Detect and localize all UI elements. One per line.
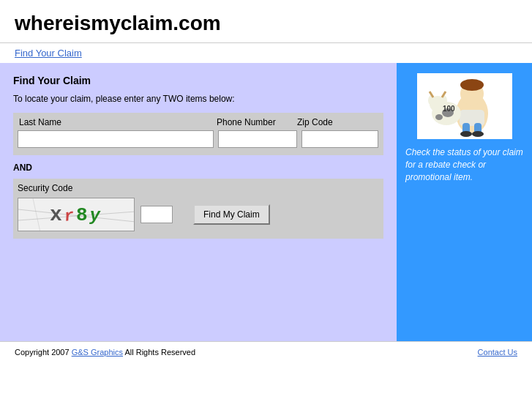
field-inputs-row xyxy=(18,130,379,148)
fields-table: Last Name Phone Number Zip Code xyxy=(13,113,383,155)
security-row: xr8y Find My Claim xyxy=(18,198,379,231)
svg-point-19 xyxy=(460,131,472,137)
last-name-label: Last Name xyxy=(18,117,215,127)
form-title: Find Your Claim xyxy=(13,75,383,86)
captcha-display: xr8y xyxy=(50,204,102,226)
security-section: Security Code xr8y Find My Claim xyxy=(13,179,383,239)
contact-us-link[interactable]: Contact Us xyxy=(478,348,517,357)
and-label: AND xyxy=(13,163,383,173)
find-your-claim-link[interactable]: Find Your Claim xyxy=(15,48,82,59)
svg-rect-7 xyxy=(460,110,484,126)
form-section: Find Your Claim To locate your claim, pl… xyxy=(0,63,397,341)
security-code-input[interactable] xyxy=(141,206,173,223)
footer: Copyright 2007 G&S Graphics All Rights R… xyxy=(0,341,532,362)
sidebar-image: 100 xyxy=(417,73,512,139)
form-instruction: To locate your claim, please enter any T… xyxy=(13,94,383,104)
svg-point-20 xyxy=(472,131,484,137)
page-header: whereismyclaim.com xyxy=(0,0,532,43)
sidebar-toy-illustration: 100 xyxy=(417,73,512,139)
site-title: whereismyclaim.com xyxy=(15,12,221,34)
main-content: Find Your Claim To locate your claim, pl… xyxy=(0,63,532,341)
nav-bar: Find Your Claim xyxy=(0,43,532,63)
svg-line-2 xyxy=(33,198,40,231)
sidebar: 100 Check the status of your claim for a… xyxy=(397,63,532,341)
last-name-input[interactable] xyxy=(18,130,214,148)
phone-input[interactable] xyxy=(218,130,297,148)
zip-input[interactable] xyxy=(301,130,378,148)
company-link[interactable]: G&S Graphics xyxy=(72,348,123,357)
sidebar-caption: Check the status of your claim for a reb… xyxy=(405,146,523,183)
captcha-image: xr8y xyxy=(18,198,135,231)
svg-text:100: 100 xyxy=(443,105,455,113)
phone-label: Phone Number xyxy=(215,117,296,127)
copyright-text: Copyright 2007 xyxy=(15,348,72,357)
field-labels-row: Last Name Phone Number Zip Code xyxy=(18,117,379,127)
zip-label: Zip Code xyxy=(296,117,369,127)
security-label: Security Code xyxy=(18,183,379,193)
svg-point-13 xyxy=(435,114,443,120)
find-claim-button[interactable]: Find My Claim xyxy=(193,204,270,225)
footer-copyright: Copyright 2007 G&S Graphics All Rights R… xyxy=(15,348,195,357)
copyright-suffix: All Rights Reserved xyxy=(123,348,195,357)
svg-point-6 xyxy=(460,79,484,91)
